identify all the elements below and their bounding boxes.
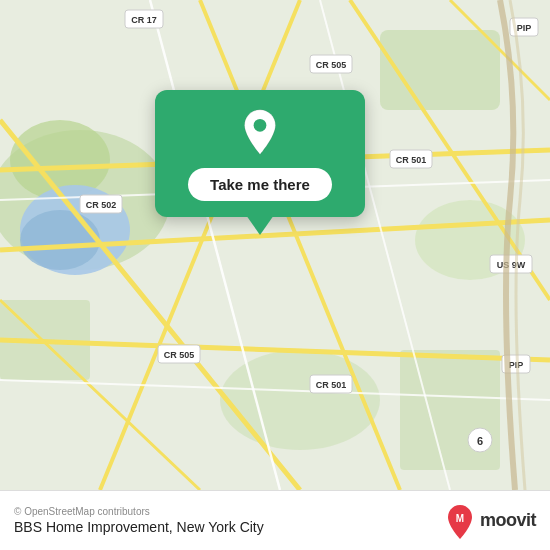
svg-rect-7 bbox=[400, 350, 500, 470]
svg-text:CR 505: CR 505 bbox=[316, 60, 347, 70]
map-view: CR 17 CR 505 CR 501 CR 502 CR 505 CR 501… bbox=[0, 0, 550, 490]
take-me-there-button[interactable]: Take me there bbox=[188, 168, 332, 201]
moovit-brand-text: moovit bbox=[480, 510, 536, 531]
moovit-brand-icon: M bbox=[442, 503, 478, 539]
svg-text:US 9W: US 9W bbox=[497, 260, 526, 270]
moovit-logo: M moovit bbox=[442, 503, 536, 539]
svg-point-6 bbox=[220, 350, 380, 450]
location-popup: Take me there bbox=[155, 90, 365, 217]
footer-bar: © OpenStreetMap contributors BBS Home Im… bbox=[0, 490, 550, 550]
location-label: BBS Home Improvement, New York City bbox=[14, 519, 264, 535]
location-pin-icon bbox=[235, 108, 285, 158]
svg-text:6: 6 bbox=[477, 435, 483, 447]
svg-text:M: M bbox=[456, 513, 464, 524]
svg-text:PIP: PIP bbox=[517, 23, 532, 33]
map-attribution: © OpenStreetMap contributors bbox=[14, 506, 264, 517]
svg-text:CR 501: CR 501 bbox=[396, 155, 427, 165]
footer-info: © OpenStreetMap contributors BBS Home Im… bbox=[14, 506, 264, 535]
svg-text:CR 501: CR 501 bbox=[316, 380, 347, 390]
svg-point-43 bbox=[254, 119, 267, 132]
svg-point-9 bbox=[20, 210, 100, 270]
svg-text:CR 502: CR 502 bbox=[86, 200, 117, 210]
svg-text:CR 17: CR 17 bbox=[131, 15, 157, 25]
svg-text:CR 505: CR 505 bbox=[164, 350, 195, 360]
